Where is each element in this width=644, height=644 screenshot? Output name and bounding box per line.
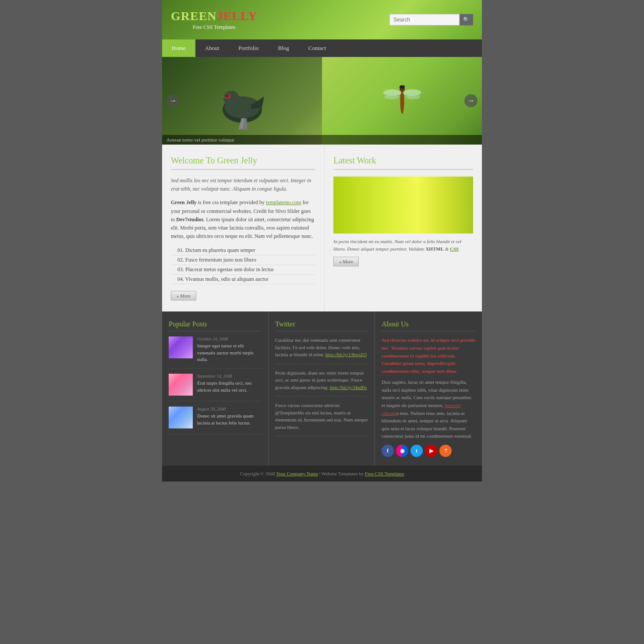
latest-work-section: Latest Work In porta tincidunt mi eu mat… xyxy=(324,145,482,311)
about-para2: Duis sagittis, lacus sit amet tempor fri… xyxy=(382,379,475,440)
tweet-item: Fusce cursus consectetur ultricies @Temp… xyxy=(275,402,368,436)
bird-image xyxy=(207,66,277,136)
list-item-text: 01. Dictum eu pharetra quam semper xyxy=(177,247,255,253)
post-item: August 20, 2048 Donec sit amet gravida q… xyxy=(169,407,262,434)
nav-about[interactable]: About xyxy=(195,39,229,57)
tweet-link[interactable]: http://bit.ly/13bwiZO xyxy=(326,352,367,357)
post-info: October 24, 2048 Integer eget tortor et … xyxy=(197,336,262,363)
work-image xyxy=(333,177,473,234)
svg-point-16 xyxy=(405,94,420,99)
slider-prev-button[interactable]: → xyxy=(166,94,180,107)
post-thumbnail xyxy=(169,336,193,358)
list-item-text: 03. Placerat metus egestas sem dolor in … xyxy=(177,266,274,272)
welcome-title: Welcome To Green Jelly xyxy=(171,156,315,170)
post-date: October 24, 2048 xyxy=(197,336,262,341)
post-info: September 14, 2048 Erat turpis fringilla… xyxy=(197,374,262,396)
post-thumbnail xyxy=(169,407,193,428)
popular-posts-title: Popular Posts xyxy=(169,320,262,331)
templatemo-link[interactable]: templatemo.com xyxy=(266,199,301,205)
facebook-icon[interactable]: f xyxy=(382,445,394,457)
footer-top: Popular Posts October 24, 2048 Integer e… xyxy=(162,311,482,466)
post-date: September 14, 2048 xyxy=(197,374,262,379)
image-slider: → → Aenean tortor vel porttitor volutpat xyxy=(162,57,482,145)
dragonfly-image xyxy=(376,74,428,127)
footer-bottom: Copyright © 2048 Your Company Name | Web… xyxy=(162,466,482,481)
footer-copyright: Copyright © 2048 xyxy=(240,471,276,476)
work-more-button[interactable]: » More xyxy=(333,257,359,266)
post-item: October 24, 2048 Integer eget tortor et … xyxy=(169,336,262,368)
nav-contact[interactable]: Contact xyxy=(299,39,336,57)
youtube-icon[interactable]: ▶ xyxy=(425,445,437,457)
main-content: Welcome To Green Jelly Sed mollis leo ne… xyxy=(162,145,482,311)
post-thumbnail xyxy=(169,374,193,396)
rss-icon[interactable]: ⍑ xyxy=(439,445,452,457)
about-para1: Sed rhoncus sodales mi, id semper orci g… xyxy=(382,336,475,375)
post-text: Donec sit amet gravida quam lacinia at l… xyxy=(197,413,262,426)
logo-jelly: JELLY xyxy=(217,9,258,23)
svg-point-2 xyxy=(223,91,239,106)
social-icons: f ◉ t ▶ ⍑ xyxy=(382,445,475,457)
footer-templates-link[interactable]: Free CSS Templates xyxy=(365,471,404,476)
twitter-icon[interactable]: t xyxy=(410,445,423,457)
welcome-section: Welcome To Green Jelly Sed mollis leo ne… xyxy=(162,145,324,311)
flickr-icon[interactable]: ◉ xyxy=(396,445,408,457)
tweet-item: Proin dignissim, diam nec enim lorem tem… xyxy=(275,369,368,397)
post-item: September 14, 2048 Erat turpis fringilla… xyxy=(169,374,262,401)
post-date: August 20, 2048 xyxy=(197,407,262,411)
about-us-title: About Us xyxy=(382,320,475,331)
post-text: Erat turpis fringilla orci, nec ultrices… xyxy=(197,380,262,393)
about-us-section: About Us Sed rhoncus sodales mi, id semp… xyxy=(375,311,482,466)
svg-point-12 xyxy=(401,85,405,89)
twitter-section: Twitter Curabitur nec dui venenatis sem … xyxy=(269,311,375,466)
list-item: 04. Vivamus mollis, odio ut aliquam auct… xyxy=(171,275,315,284)
list-item: 03. Placerat metus egestas sem dolor in … xyxy=(171,265,315,275)
search-form: 🔍 xyxy=(389,14,473,25)
welcome-intro: Sed mollis leo nec est tempor interdum e… xyxy=(171,177,315,193)
latest-work-title: Latest Work xyxy=(333,156,473,170)
tweet-item: Curabitur nec dui venenatis sem consecte… xyxy=(275,336,368,364)
nav-blog[interactable]: Blog xyxy=(269,39,299,57)
post-text: Integer eget tortor et elit venenatis au… xyxy=(197,343,262,363)
welcome-body: Green Jelly is free css template provide… xyxy=(171,198,315,241)
post-info: August 20, 2048 Donec sit amet gravida q… xyxy=(197,407,262,428)
svg-point-15 xyxy=(384,94,399,99)
main-nav: Home About Portfolio Blog Contact xyxy=(162,39,482,57)
footer-company-link[interactable]: Your Company Name xyxy=(276,471,318,476)
svg-point-4 xyxy=(226,95,228,97)
search-button[interactable]: 🔍 xyxy=(460,14,473,25)
nav-home[interactable]: Home xyxy=(162,39,195,57)
work-caption: In porta tincidunt mi eu mattis. Nam vel… xyxy=(333,238,473,252)
list-item-text: 04. Vivamus mollis, odio ut aliquam auct… xyxy=(177,276,269,282)
tweet-link[interactable]: http://bit.ly/34sdPo xyxy=(330,385,367,390)
search-input[interactable] xyxy=(389,14,460,25)
site-logo: GREENJELLY Free CSS Templates xyxy=(171,9,257,31)
list-item: 02. Fusce fermentum justo non libero xyxy=(171,255,315,265)
twitter-title: Twitter xyxy=(275,320,368,331)
list-item: 01. Dictum eu pharetra quam semper xyxy=(171,246,315,255)
logo-tagline: Free CSS Templates xyxy=(171,24,257,31)
css-link[interactable]: CSS xyxy=(450,246,459,251)
slider-next-button[interactable]: → xyxy=(464,94,478,107)
slider-caption: Aenean tortor vel porttitor volutpat xyxy=(162,135,482,145)
popular-posts-section: Popular Posts October 24, 2048 Integer e… xyxy=(162,311,269,466)
nav-portfolio[interactable]: Portfolio xyxy=(229,39,268,57)
footer-middle: | Website Templates by xyxy=(318,471,365,476)
welcome-more-button[interactable]: » More xyxy=(171,291,196,301)
tweet-text: Fusce cursus consectetur ultricies @Temp… xyxy=(275,403,368,430)
welcome-list: 01. Dictum eu pharetra quam semper 02. F… xyxy=(171,246,315,284)
logo-green: GREEN xyxy=(171,9,217,23)
list-item-text: 02. Fusce fermentum justo non libero xyxy=(177,257,256,263)
